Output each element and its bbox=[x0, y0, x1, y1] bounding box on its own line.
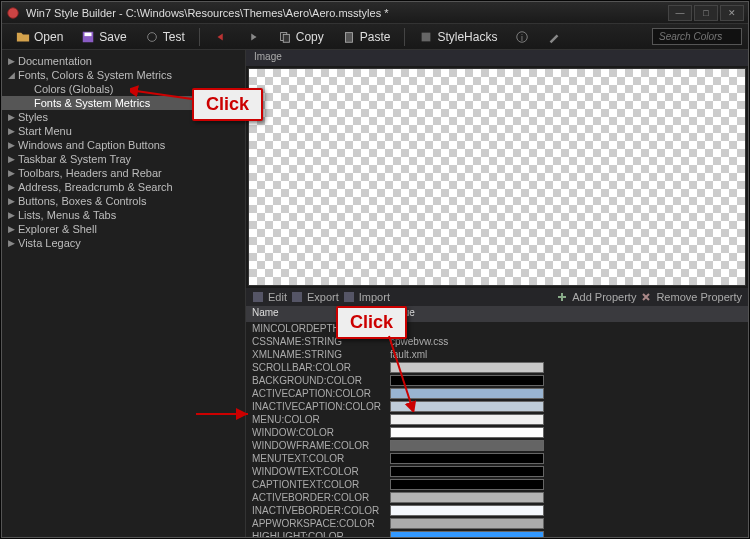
property-value[interactable] bbox=[384, 531, 748, 538]
open-button[interactable]: Open bbox=[8, 28, 71, 46]
property-value[interactable]: fault.xml bbox=[384, 349, 748, 360]
property-value[interactable] bbox=[384, 414, 748, 425]
tree-arrow-icon: ▶ bbox=[8, 140, 18, 150]
property-name: CAPTIONTEXT:COLOR bbox=[246, 479, 384, 490]
svg-point-3 bbox=[147, 32, 156, 41]
redo-button[interactable] bbox=[238, 28, 268, 46]
col-name[interactable]: Name bbox=[246, 306, 384, 322]
tree-item[interactable]: ▶Explorer & Shell bbox=[2, 222, 245, 236]
tree-item[interactable]: Fonts & System Metrics bbox=[2, 96, 245, 110]
property-value[interactable] bbox=[384, 518, 748, 529]
export-button[interactable]: Export bbox=[307, 291, 339, 303]
property-name: XMLNAME:STRING bbox=[246, 349, 384, 360]
property-row[interactable]: ACTIVECAPTION:COLOR bbox=[246, 387, 748, 400]
color-swatch[interactable] bbox=[390, 492, 544, 503]
tree-item[interactable]: ▶Documentation bbox=[2, 54, 245, 68]
tree-item[interactable]: ▶Taskbar & System Tray bbox=[2, 152, 245, 166]
stylehacks-button[interactable]: StyleHacks bbox=[411, 28, 505, 46]
property-row[interactable]: WINDOW:COLOR bbox=[246, 426, 748, 439]
property-value[interactable] bbox=[384, 388, 748, 399]
color-swatch[interactable] bbox=[390, 388, 544, 399]
maximize-button[interactable]: □ bbox=[694, 5, 718, 21]
property-row[interactable]: MENUTEXT:COLOR bbox=[246, 452, 748, 465]
color-swatch[interactable] bbox=[390, 375, 544, 386]
property-value[interactable] bbox=[384, 440, 748, 451]
col-value[interactable]: Value bbox=[384, 306, 748, 322]
tree-item[interactable]: ▶Buttons, Boxes & Controls bbox=[2, 194, 245, 208]
tree-item[interactable]: ▶Address, Breadcrumb & Search bbox=[2, 180, 245, 194]
color-swatch[interactable] bbox=[390, 427, 544, 438]
tree-item[interactable]: ▶Toolbars, Headers and Rebar bbox=[2, 166, 245, 180]
property-row[interactable]: XMLNAME:STRINGfault.xml bbox=[246, 348, 748, 361]
test-icon bbox=[145, 30, 159, 44]
test-button[interactable]: Test bbox=[137, 28, 193, 46]
tree-item[interactable]: ▶Start Menu bbox=[2, 124, 245, 138]
property-row[interactable]: WINDOWFRAME:COLOR bbox=[246, 439, 748, 452]
color-swatch[interactable] bbox=[390, 518, 544, 529]
property-row[interactable]: MINCOLORDEPTH:INT15 bbox=[246, 322, 748, 335]
search-input[interactable] bbox=[652, 28, 742, 45]
tree-arrow-icon: ▶ bbox=[8, 196, 18, 206]
property-row[interactable]: INACTIVECAPTION:COLOR bbox=[246, 400, 748, 413]
tree-label: Windows and Caption Buttons bbox=[18, 139, 165, 151]
save-button[interactable]: Save bbox=[73, 28, 134, 46]
property-row[interactable]: CAPTIONTEXT:COLOR bbox=[246, 478, 748, 491]
color-swatch[interactable] bbox=[390, 479, 544, 490]
tree-sidebar: ▶Documentation◢Fonts, Colors & System Me… bbox=[2, 50, 246, 537]
preview-tab[interactable]: Image bbox=[246, 50, 748, 66]
tree-item[interactable]: ▶Styles bbox=[2, 110, 245, 124]
color-swatch[interactable] bbox=[390, 401, 544, 412]
property-row[interactable]: CSSNAME:STRINGcpwebvw.css bbox=[246, 335, 748, 348]
property-row[interactable]: HIGHLIGHT:COLOR bbox=[246, 530, 748, 538]
property-value[interactable] bbox=[384, 401, 748, 412]
property-name: INACTIVEBORDER:COLOR bbox=[246, 505, 384, 516]
property-value[interactable] bbox=[384, 492, 748, 503]
tree-item[interactable]: ▶Vista Legacy bbox=[2, 236, 245, 250]
color-swatch[interactable] bbox=[390, 453, 544, 464]
separator bbox=[404, 28, 405, 46]
property-row[interactable]: SCROLLBAR:COLOR bbox=[246, 361, 748, 374]
undo-button[interactable] bbox=[206, 28, 236, 46]
property-row[interactable]: BACKGROUND:COLOR bbox=[246, 374, 748, 387]
property-value[interactable]: 15 bbox=[384, 323, 748, 334]
color-swatch[interactable] bbox=[390, 531, 544, 538]
color-swatch[interactable] bbox=[390, 466, 544, 477]
tree-label: Address, Breadcrumb & Search bbox=[18, 181, 173, 193]
property-row[interactable]: MENU:COLOR bbox=[246, 413, 748, 426]
tree-label: Documentation bbox=[18, 55, 92, 67]
tree-item[interactable]: ▶Windows and Caption Buttons bbox=[2, 138, 245, 152]
add-property-button[interactable]: Add Property bbox=[572, 291, 636, 303]
property-row[interactable]: ACTIVEBORDER:COLOR bbox=[246, 491, 748, 504]
property-row[interactable]: INACTIVEBORDER:COLOR bbox=[246, 504, 748, 517]
svg-text:i: i bbox=[521, 32, 523, 42]
remove-icon bbox=[640, 291, 652, 303]
property-value[interactable] bbox=[384, 453, 748, 464]
tree-item[interactable]: ◢Fonts, Colors & System Metrics bbox=[2, 68, 245, 82]
remove-property-button[interactable]: Remove Property bbox=[656, 291, 742, 303]
property-row[interactable]: APPWORKSPACE:COLOR bbox=[246, 517, 748, 530]
info-button[interactable]: i bbox=[507, 28, 537, 46]
property-value[interactable] bbox=[384, 466, 748, 477]
property-value[interactable] bbox=[384, 479, 748, 490]
edit-button[interactable]: Edit bbox=[268, 291, 287, 303]
close-button[interactable]: ✕ bbox=[720, 5, 744, 21]
property-value[interactable] bbox=[384, 505, 748, 516]
property-value[interactable] bbox=[384, 362, 748, 373]
property-value[interactable] bbox=[384, 375, 748, 386]
color-swatch[interactable] bbox=[390, 505, 544, 516]
color-swatch[interactable] bbox=[390, 440, 544, 451]
tree-item[interactable]: Colors (Globals) bbox=[2, 82, 245, 96]
property-value[interactable]: cpwebvw.css bbox=[384, 336, 748, 347]
wand-button[interactable] bbox=[539, 28, 569, 46]
paste-button[interactable]: Paste bbox=[334, 28, 399, 46]
import-button[interactable]: Import bbox=[359, 291, 390, 303]
tree-item[interactable]: ▶Lists, Menus & Tabs bbox=[2, 208, 245, 222]
svg-rect-7 bbox=[422, 32, 431, 41]
property-row[interactable]: WINDOWTEXT:COLOR bbox=[246, 465, 748, 478]
property-name: HIGHLIGHT:COLOR bbox=[246, 531, 384, 538]
property-value[interactable] bbox=[384, 427, 748, 438]
copy-button[interactable]: Copy bbox=[270, 28, 332, 46]
color-swatch[interactable] bbox=[390, 362, 544, 373]
color-swatch[interactable] bbox=[390, 414, 544, 425]
minimize-button[interactable]: — bbox=[668, 5, 692, 21]
